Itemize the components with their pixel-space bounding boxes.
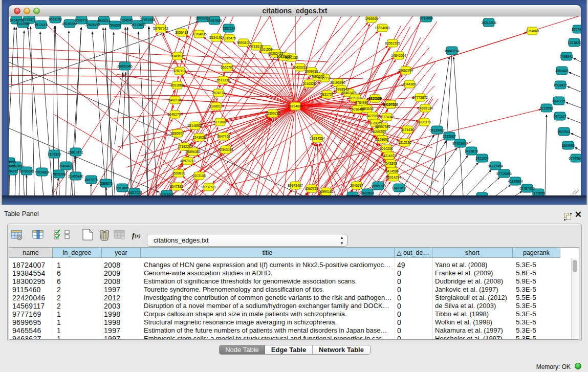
svg-text:3158692: 3158692	[376, 138, 389, 141]
svg-text:8506716: 8506716	[75, 18, 88, 22]
svg-text:1509839: 1509839	[172, 171, 185, 175]
svg-text:89373467: 89373467	[288, 184, 303, 187]
svg-text:14895134: 14895134	[418, 106, 433, 110]
svg-text:83561595: 83561595	[385, 41, 400, 45]
svg-text:7826398: 7826398	[52, 172, 66, 176]
svg-text:8044369: 8044369	[403, 82, 416, 86]
svg-text:3200379: 3200379	[418, 120, 431, 124]
svg-text:7357224: 7357224	[222, 27, 235, 30]
svg-text:7354549: 7354549	[120, 18, 133, 22]
svg-text:7175655: 7175655	[532, 191, 545, 195]
svg-text:22219693: 22219693	[474, 195, 490, 196]
svg-text:12567468: 12567468	[9, 164, 24, 168]
svg-text:3471434: 3471434	[401, 128, 414, 132]
svg-text:1543039: 1543039	[192, 136, 206, 139]
svg-text:0471167: 0471167	[553, 115, 567, 118]
svg-text:8813054: 8813054	[420, 16, 433, 20]
svg-text:74016400: 74016400	[350, 107, 365, 111]
svg-text:5009788: 5009788	[305, 70, 318, 73]
svg-text:09133412: 09133412	[429, 128, 445, 132]
svg-text:40265423: 40265423	[268, 52, 284, 55]
svg-text:1351823: 1351823	[568, 41, 581, 45]
svg-text:2691669: 2691669	[170, 83, 184, 87]
svg-text:27484677: 27484677	[58, 164, 74, 168]
svg-text:72343098: 72343098	[218, 148, 233, 151]
svg-text:02787429: 02787429	[519, 187, 535, 190]
svg-text:49190586: 49190586	[62, 22, 77, 26]
svg-text:0781618: 0781618	[250, 45, 263, 48]
svg-text:8849696: 8849696	[171, 54, 184, 58]
svg-text:3287101: 3287101	[173, 69, 186, 73]
svg-text:10433218: 10433218	[292, 65, 308, 69]
svg-text:5812236: 5812236	[398, 141, 411, 144]
svg-text:1161559: 1161559	[259, 48, 273, 51]
svg-text:1869993: 1869993	[561, 144, 575, 147]
svg-text:77034824: 77034824	[34, 170, 50, 174]
svg-text:8215958: 8215958	[540, 106, 553, 110]
svg-text:9593103: 9593103	[237, 41, 250, 45]
svg-text:(x): (x)	[135, 233, 141, 239]
svg-text:23166587: 23166587	[383, 102, 398, 106]
svg-text:32764835: 32764835	[191, 32, 207, 36]
svg-text:7996507: 7996507	[108, 24, 122, 27]
svg-text:6513338: 6513338	[216, 78, 230, 82]
svg-text:15865780: 15865780	[371, 184, 386, 188]
svg-text:3963605: 3963605	[116, 186, 129, 190]
svg-text:5414586: 5414586	[385, 169, 399, 173]
svg-text:8480184: 8480184	[168, 98, 182, 102]
svg-text:7693676: 7693676	[311, 75, 324, 78]
svg-text:9912419: 9912419	[34, 23, 48, 27]
svg-text:21465840: 21465840	[68, 174, 83, 178]
svg-text:0647468: 0647468	[217, 135, 230, 138]
svg-text:85014294: 85014294	[386, 176, 401, 179]
svg-text:36193990: 36193990	[330, 81, 345, 84]
svg-text:34957885: 34957885	[207, 19, 222, 23]
svg-text:2260256: 2260256	[380, 147, 393, 150]
svg-text:76627028: 76627028	[127, 191, 142, 194]
svg-text:4008427: 4008427	[554, 83, 567, 87]
svg-text:6562729: 6562729	[305, 187, 318, 190]
svg-text:53767242: 53767242	[153, 27, 168, 30]
svg-text:7109324: 7109324	[48, 152, 61, 156]
svg-text:5588675: 5588675	[99, 182, 113, 185]
svg-text:77701436: 77701436	[140, 18, 155, 21]
svg-text:13431611: 13431611	[392, 186, 407, 190]
svg-text:8108013: 8108013	[209, 104, 223, 108]
svg-text:0366909: 0366909	[368, 97, 382, 100]
svg-text:2784980: 2784980	[355, 101, 368, 104]
svg-text:24896383: 24896383	[185, 150, 201, 154]
svg-text:2016328: 2016328	[302, 82, 316, 85]
svg-text:7498941: 7498941	[560, 55, 573, 58]
svg-text:08760385: 08760385	[19, 169, 34, 173]
svg-text:16998543: 16998543	[334, 87, 349, 91]
svg-text:0831727: 0831727	[320, 93, 334, 96]
svg-text:4352408: 4352408	[555, 69, 569, 73]
svg-text:0103105: 0103105	[192, 174, 206, 178]
svg-text:1128059: 1128059	[369, 121, 382, 125]
svg-text:94717464: 94717464	[488, 164, 503, 168]
svg-text:46578713: 46578713	[180, 159, 195, 163]
svg-text:97403447: 97403447	[452, 142, 468, 145]
svg-text:57773872: 57773872	[412, 96, 428, 99]
svg-text:5534192: 5534192	[209, 36, 223, 39]
svg-text:99737631: 99737631	[201, 185, 216, 189]
svg-text:0799118: 0799118	[349, 96, 362, 100]
svg-text:1316475: 1316475	[223, 36, 236, 40]
svg-text:06990162: 06990162	[318, 190, 334, 193]
svg-text:88957986: 88957986	[375, 125, 390, 128]
svg-text:2174596: 2174596	[9, 160, 16, 164]
svg-text:34216073: 34216073	[381, 154, 397, 158]
svg-text:2400504: 2400504	[361, 191, 374, 195]
svg-text:3100330: 3100330	[16, 22, 30, 26]
svg-text:19384554: 19384554	[310, 137, 325, 140]
svg-text:2812067: 2812067	[443, 135, 456, 138]
svg-text:26204505: 26204505	[371, 130, 386, 134]
svg-text:72774348: 72774348	[379, 115, 395, 119]
svg-text:7543303: 7543303	[384, 162, 397, 165]
svg-text:25300295: 25300295	[265, 112, 280, 115]
svg-text:6945314: 6945314	[97, 19, 111, 23]
svg-text:7054668: 7054668	[526, 29, 539, 33]
svg-text:2427868: 2427868	[366, 114, 379, 118]
svg-text:3493618: 3493618	[465, 149, 478, 153]
svg-text:90838637: 90838637	[276, 55, 292, 58]
